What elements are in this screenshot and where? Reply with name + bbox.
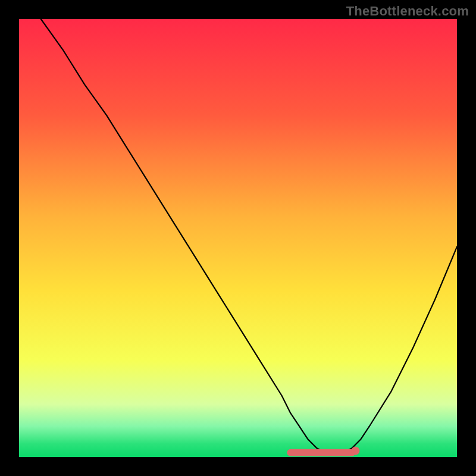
plot-area [19,19,457,457]
bottleneck-chart [19,19,457,457]
svg-point-1 [351,447,359,455]
watermark-label: TheBottleneck.com [346,4,469,19]
chart-stage: TheBottleneck.com [0,0,476,476]
